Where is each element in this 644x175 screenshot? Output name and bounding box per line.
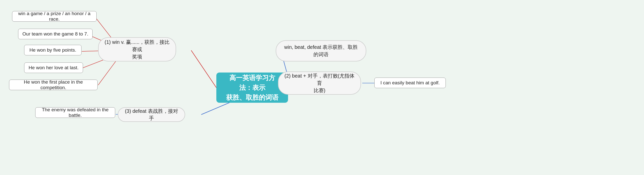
example-7-label: I can easily beat him at golf. [380,80,440,86]
example-1-label: win a game / a prize / an honor / a race… [16,11,92,22]
example-2-node: Our team won the game 8 to 7. [18,29,93,39]
example-6-node: The enemy was defeated in the battle. [35,107,115,118]
win-main-node: (1) win v. 赢......，获胜，接比赛或 奖项 [98,37,176,61]
center-node: 高一英语学习方法：表示 获胜、取胜的词语 [216,73,288,103]
example-4-node: He won her love at last. [24,62,83,73]
defeat-main-node: (3) defeat 表战胜，接对手 [118,107,185,122]
win-main-label: (1) win v. 赢......，获胜，接比赛或 奖项 [104,39,170,60]
mind-map: 高一英语学习方法：表示 获胜、取胜的词语 (1) win v. 赢......，… [0,0,644,175]
example-3-node: He won by five points. [24,45,82,55]
svg-line-2 [201,101,234,115]
svg-line-0 [191,50,216,88]
example-5-node: He won the first place in the competitio… [9,80,98,90]
win-group-label: win, beat, defeat 表示获胜、取胜 的词语 [284,44,358,58]
example-6-label: The enemy was defeated in the battle. [39,107,111,118]
win-group-node: win, beat, defeat 表示获胜、取胜 的词语 [276,40,366,61]
example-7-node: I can easily beat him at golf. [374,78,446,88]
defeat-main-label: (3) defeat 表战胜，接对手 [124,108,179,122]
svg-line-8 [98,58,118,85]
example-3-label: He won by five points. [29,47,76,53]
example-5-label: He won the first place in the competitio… [13,79,93,90]
example-1-node: win a game / a prize / an honor / a race… [12,11,97,22]
beat-main-node: (2) beat + 对手，表打败(尤指体育 比赛) [278,72,361,95]
example-4-label: He won her love at last. [29,65,79,71]
example-2-label: Our team won the game 8 to 7. [22,31,88,37]
beat-main-label: (2) beat + 对手，表打败(尤指体育 比赛) [284,72,355,94]
